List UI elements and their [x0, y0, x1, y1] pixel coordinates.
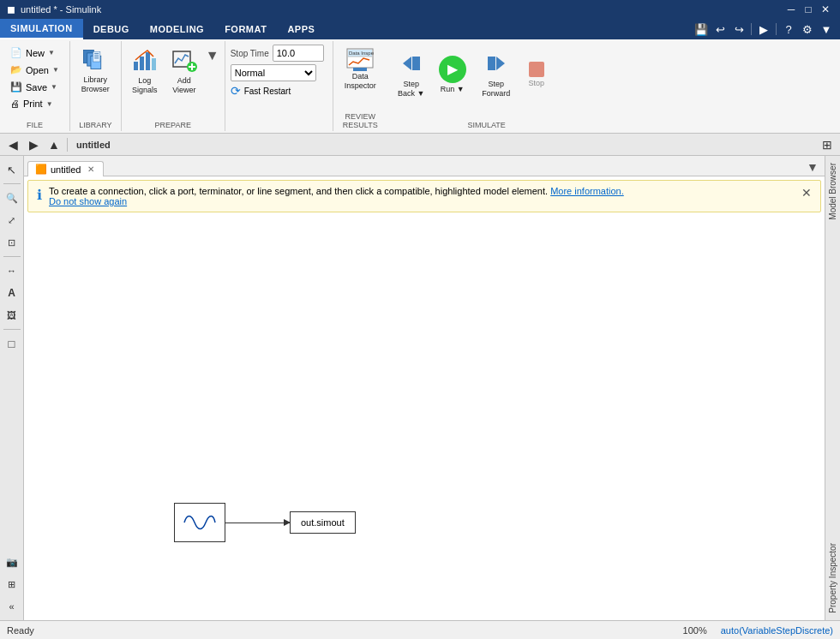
right-sidebar: Model Browser Property Inspector	[825, 156, 840, 620]
simulation-mode-select[interactable]: Normal Accelerator Rapid Accelerator	[231, 64, 316, 81]
prepare-dropdown-icon[interactable]: ▼	[206, 48, 219, 63]
breadcrumb-text: untitled	[76, 140, 111, 150]
grid-view-button[interactable]: ⊞	[818, 135, 837, 154]
save-icon: 💾	[10, 81, 22, 93]
up-button[interactable]: ▲	[45, 135, 63, 154]
back-button[interactable]: ◀	[3, 135, 22, 154]
stop-button[interactable]: Stop	[521, 58, 552, 92]
svg-rect-3	[93, 51, 100, 62]
ribbon-group-file: 📄 New ▼ 📂 Open ▼ 💾 Save ▼ 🖨 Print	[0, 41, 70, 131]
left-sidebar: ↖ 🔍 ⤢ ⊡ ↔ A 🖼 □ 📷 ⊞ «	[0, 156, 24, 620]
stop-time-area: Stop Time Normal Accelerator Rapid Accel…	[231, 45, 324, 110]
outport-block[interactable]: out.simout	[290, 511, 356, 534]
qa-run[interactable]: ▶	[755, 21, 772, 38]
connection-arrow	[225, 523, 290, 523]
model-tab-icon: 🟧	[35, 164, 47, 175]
data-inspector-icon: Data Inspector	[346, 48, 374, 72]
qa-undo[interactable]: ↩	[711, 21, 729, 38]
sine-wave-block[interactable]	[174, 503, 225, 542]
tab-collapse-button[interactable]: ▼	[804, 158, 821, 176]
sidebar-cursor-icon[interactable]: ↖	[2, 159, 22, 180]
svg-rect-9	[146, 52, 150, 70]
sidebar-pages-icon[interactable]: ⊞	[2, 574, 22, 594]
log-signals-button[interactable]: LogSignals	[127, 45, 163, 99]
qa-settings[interactable]: ⚙	[799, 21, 816, 38]
menu-format[interactable]: FORMAT	[214, 19, 277, 39]
new-button[interactable]: 📄 New ▼	[5, 45, 64, 61]
simulate-group-label: SIMULATE	[393, 121, 581, 129]
menu-simulation[interactable]: SIMULATION	[0, 19, 83, 39]
info-more-link[interactable]: More information.	[550, 186, 624, 196]
sidebar-sep-1	[3, 183, 21, 184]
sidebar-route-icon[interactable]: ↔	[2, 260, 22, 281]
svg-text:Data Inspector: Data Inspector	[349, 51, 374, 56]
stop-time-input[interactable]	[273, 45, 324, 62]
add-viewer-button[interactable]: AddViewer	[166, 45, 202, 99]
qa-help[interactable]: ?	[780, 21, 797, 38]
open-arrow-icon: ▼	[52, 66, 59, 74]
forward-button[interactable]: ▶	[24, 135, 43, 154]
close-button[interactable]: ✕	[818, 3, 833, 16]
run-icon: ▶	[439, 56, 466, 83]
model-canvas: out.simout	[24, 216, 825, 620]
qa-expand[interactable]: ▼	[818, 21, 835, 38]
stop-time-label: Stop Time	[231, 49, 269, 58]
model-tab-label: untitled	[51, 164, 81, 175]
sidebar-image-icon[interactable]: 🖼	[2, 305, 22, 325]
open-button[interactable]: 📂 Open ▼	[5, 62, 64, 78]
sine-wave-icon	[183, 510, 217, 535]
info-text: To create a connection, click a port, te…	[49, 186, 624, 206]
sidebar-text-icon[interactable]: A	[2, 283, 22, 303]
svg-rect-10	[152, 58, 156, 70]
save-arrow-icon: ▼	[51, 83, 57, 91]
ribbon-group-prepare: LogSignals AddViewer ▼ PREPARE	[122, 41, 225, 131]
step-forward-button[interactable]: StepForward	[475, 48, 518, 102]
status-bar: Ready 100% auto(VariableStepDiscrete)	[0, 620, 840, 639]
fast-restart-label: Fast Restart	[244, 87, 291, 96]
info-close-button[interactable]: ✕	[801, 186, 812, 200]
run-button[interactable]: ▶ Run ▼	[434, 52, 471, 98]
model-tab-controls: ▼	[804, 158, 821, 176]
print-icon: 🖨	[10, 99, 20, 109]
property-inspector-label[interactable]: Property Inspector	[826, 536, 839, 620]
qa-redo[interactable]: ↪	[730, 21, 747, 38]
window-controls: ─ □ ✕	[783, 3, 833, 16]
maximize-button[interactable]: □	[801, 3, 816, 16]
step-back-label: StepBack ▼	[398, 80, 424, 99]
save-button[interactable]: 💾 Save ▼	[5, 79, 64, 95]
menu-debug[interactable]: DEBUG	[83, 19, 140, 39]
sidebar-fit-icon[interactable]: ⤢	[2, 210, 22, 230]
minimize-button[interactable]: ─	[783, 3, 799, 16]
data-inspector-button[interactable]: Data Inspector DataInspector	[339, 45, 382, 94]
step-back-button[interactable]: StepBack ▼	[393, 48, 430, 102]
menu-apps[interactable]: APPS	[277, 19, 325, 39]
title-bar: ◼ untitled * - Simulink ─ □ ✕	[0, 0, 840, 19]
sidebar-zoom-to-icon[interactable]: ⊡	[2, 232, 22, 253]
svg-rect-7	[134, 62, 138, 70]
info-dont-show-link[interactable]: Do not show again	[49, 196, 127, 206]
menu-modeling[interactable]: MODELING	[140, 19, 214, 39]
svg-rect-16	[412, 57, 420, 70]
menu-bar: SIMULATION DEBUG MODELING FORMAT APPS 💾 …	[0, 19, 840, 39]
sidebar-collapse-icon[interactable]: «	[2, 596, 22, 617]
model-browser-label[interactable]: Model Browser	[826, 156, 839, 227]
window-title: untitled * - Simulink	[21, 4, 101, 15]
new-arrow-icon: ▼	[48, 49, 55, 57]
open-icon: 📂	[10, 64, 22, 75]
fast-restart-icon: ⟳	[231, 84, 241, 98]
toolbar: ◀ ▶ ▲ untitled ⊞	[0, 134, 840, 156]
breadcrumb: untitled	[71, 140, 816, 150]
library-browser-button[interactable]: LibraryBrowser	[75, 45, 116, 98]
model-tab-close-icon[interactable]: ✕	[87, 164, 94, 174]
canvas-area: 🟧 untitled ✕ ▼ ℹ To create a connection,…	[24, 156, 825, 620]
add-viewer-icon	[171, 48, 197, 75]
info-banner: ℹ To create a connection, click a port, …	[27, 180, 821, 212]
new-icon: 📄	[10, 47, 22, 58]
print-button[interactable]: 🖨 Print ▼	[5, 96, 64, 111]
log-signals-icon	[132, 48, 158, 75]
sidebar-camera-icon[interactable]: 📷	[2, 552, 22, 572]
sidebar-zoom-icon[interactable]: 🔍	[2, 188, 22, 208]
qa-save[interactable]: 💾	[693, 21, 710, 38]
sidebar-box-icon[interactable]: □	[2, 333, 22, 354]
model-tab[interactable]: 🟧 untitled ✕	[27, 161, 104, 176]
